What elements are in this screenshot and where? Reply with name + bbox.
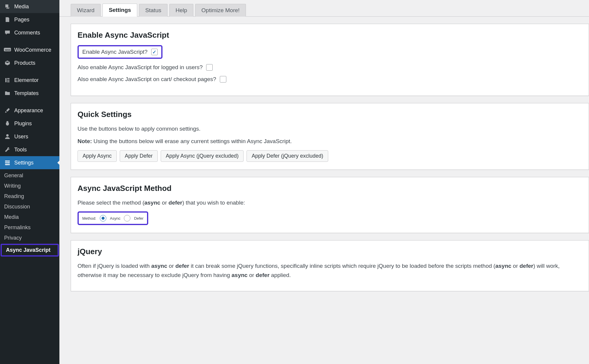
panel-title: Enable Async JavaScript bbox=[78, 31, 582, 40]
submenu-permalinks[interactable]: Permalinks bbox=[0, 222, 59, 233]
enable-async-checkbox[interactable] bbox=[151, 49, 158, 55]
sidebar-item-label: Plugins bbox=[14, 121, 32, 127]
enable-async-label: Enable Async JavaScript? bbox=[82, 49, 148, 55]
sidebar-item-products[interactable]: Products bbox=[0, 56, 59, 69]
slider-icon bbox=[4, 159, 11, 167]
svg-rect-5 bbox=[7, 81, 10, 82]
highlight-enable-checkbox: Enable Async JavaScript? bbox=[78, 45, 162, 59]
user-icon bbox=[4, 133, 11, 140]
method-defer-label: Defer bbox=[134, 216, 143, 221]
cart-checkout-label: Also enable Async JavaScript on cart/ ch… bbox=[78, 76, 216, 83]
plug-icon bbox=[4, 120, 11, 127]
panel-title: Quick Settings bbox=[78, 110, 582, 119]
svg-rect-2 bbox=[5, 78, 7, 82]
sidebar-item-label: Templates bbox=[14, 90, 39, 96]
main-content: Wizard Settings Status Help Optimize Mor… bbox=[59, 0, 589, 364]
quick-settings-note: Note: Using the buttons below will erase… bbox=[78, 137, 582, 146]
sidebar-item-comments[interactable]: Comments bbox=[0, 26, 59, 39]
tab-bar: Wizard Settings Status Help Optimize Mor… bbox=[59, 0, 589, 17]
wrench-icon bbox=[4, 146, 11, 153]
brush-icon bbox=[4, 107, 11, 114]
logged-in-checkbox[interactable] bbox=[206, 64, 213, 71]
sidebar-item-settings[interactable]: Settings bbox=[0, 156, 59, 169]
jquery-desc: Often if jQuery is loaded with async or … bbox=[78, 262, 582, 280]
sidebar-item-media[interactable]: Media bbox=[0, 0, 59, 13]
logged-in-label: Also enable Async JavaScript for logged … bbox=[78, 64, 203, 71]
panel-enable-async: Enable Async JavaScript Enable Async Jav… bbox=[71, 24, 589, 96]
sidebar-item-label: Elementor bbox=[14, 77, 39, 83]
svg-rect-4 bbox=[7, 80, 10, 81]
svg-point-10 bbox=[6, 161, 7, 162]
svg-text:woo: woo bbox=[5, 48, 10, 51]
sidebar-item-label: Comments bbox=[14, 30, 40, 36]
panel-title: jQuery bbox=[78, 247, 582, 256]
highlight-async-js-submenu: Async JavaScript bbox=[1, 244, 59, 257]
apply-defer-button[interactable]: Apply Defer bbox=[120, 150, 158, 162]
submenu-media[interactable]: Media bbox=[0, 212, 59, 222]
page-icon bbox=[4, 16, 11, 23]
sidebar-item-pages[interactable]: Pages bbox=[0, 13, 59, 26]
sidebar-item-label: Appearance bbox=[14, 107, 43, 114]
quick-settings-buttons: Apply Async Apply Defer Apply Async (jQu… bbox=[78, 150, 582, 162]
svg-point-12 bbox=[6, 164, 7, 165]
method-async-label: Async bbox=[110, 216, 120, 221]
tab-help[interactable]: Help bbox=[169, 4, 193, 17]
woo-icon: woo bbox=[4, 46, 11, 54]
panel-quick-settings: Quick Settings Use the buttons below to … bbox=[71, 103, 589, 170]
sidebar-item-templates[interactable]: Templates bbox=[0, 87, 59, 100]
method-async-radio[interactable] bbox=[100, 215, 106, 221]
sidebar-item-tools[interactable]: Tools bbox=[0, 143, 59, 156]
cart-checkout-checkbox[interactable] bbox=[220, 76, 226, 83]
comment-icon bbox=[4, 29, 11, 37]
panel-async-method: Async JavaScript Method Please select th… bbox=[71, 177, 589, 233]
submenu-writing[interactable]: Writing bbox=[0, 181, 59, 191]
panel-title: Async JavaScript Method bbox=[78, 184, 582, 193]
method-label: Method: bbox=[82, 216, 96, 221]
submenu-discussion[interactable]: Discussion bbox=[0, 202, 59, 212]
highlight-method-radio: Method: Async Defer bbox=[78, 211, 148, 225]
submenu-reading[interactable]: Reading bbox=[0, 191, 59, 202]
svg-point-6 bbox=[6, 134, 9, 137]
sidebar-item-users[interactable]: Users bbox=[0, 130, 59, 143]
tab-optimize-more[interactable]: Optimize More! bbox=[195, 4, 246, 17]
method-defer-radio[interactable] bbox=[124, 215, 130, 221]
sidebar-item-plugins[interactable]: Plugins bbox=[0, 117, 59, 130]
apply-async-button[interactable]: Apply Async bbox=[78, 150, 117, 162]
cube-icon bbox=[4, 59, 11, 67]
sidebar-item-elementor[interactable]: Elementor bbox=[0, 74, 59, 87]
media-icon bbox=[4, 3, 11, 10]
submenu-async-javascript[interactable]: Async JavaScript bbox=[2, 245, 58, 255]
sidebar-item-label: WooCommerce bbox=[14, 47, 51, 53]
elementor-icon bbox=[4, 76, 11, 84]
sidebar-item-label: Tools bbox=[14, 147, 27, 153]
tab-status[interactable]: Status bbox=[139, 4, 168, 17]
sidebar-item-label: Pages bbox=[14, 17, 29, 23]
apply-async-jquery-excluded-button[interactable]: Apply Async (jQuery excluded) bbox=[161, 150, 244, 162]
quick-settings-desc: Use the buttons below to apply common se… bbox=[78, 124, 582, 133]
method-desc: Please select the method (async or defer… bbox=[78, 198, 582, 207]
settings-submenu: General Writing Reading Discussion Media… bbox=[0, 169, 59, 260]
tab-wizard[interactable]: Wizard bbox=[71, 4, 101, 17]
sidebar-item-label: Media bbox=[14, 4, 29, 10]
admin-sidebar: Media Pages Comments woo WooCommerce Pro… bbox=[0, 0, 59, 364]
submenu-privacy[interactable]: Privacy bbox=[0, 233, 59, 243]
svg-point-11 bbox=[8, 162, 9, 164]
svg-rect-3 bbox=[7, 78, 10, 79]
sidebar-item-woocommerce[interactable]: woo WooCommerce bbox=[0, 43, 59, 56]
submenu-general[interactable]: General bbox=[0, 170, 59, 181]
tab-settings[interactable]: Settings bbox=[102, 4, 137, 17]
sidebar-item-label: Users bbox=[14, 134, 28, 140]
folder-icon bbox=[4, 89, 11, 97]
panel-jquery: jQuery Often if jQuery is loaded with as… bbox=[71, 240, 589, 291]
apply-defer-jquery-excluded-button[interactable]: Apply Defer (jQuery excluded) bbox=[247, 150, 328, 162]
sidebar-item-appearance[interactable]: Appearance bbox=[0, 104, 59, 117]
sidebar-item-label: Products bbox=[14, 60, 35, 66]
sidebar-item-label: Settings bbox=[14, 160, 34, 166]
